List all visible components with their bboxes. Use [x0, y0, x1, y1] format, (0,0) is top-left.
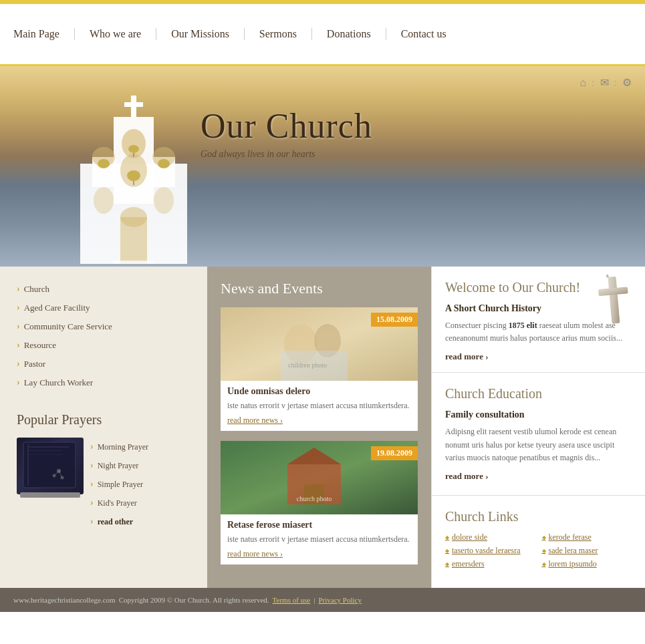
- nav-main-page[interactable]: Main Page: [13, 28, 75, 40]
- prayers-content: Morning Prayer Night Prayer Simple Praye…: [17, 438, 190, 551]
- main-nav: Main Page Who we are Our Missions Sermon…: [0, 4, 645, 64]
- nav-who-we-are[interactable]: Who we are: [75, 28, 156, 40]
- sidebar-item-church[interactable]: Church: [17, 280, 190, 299]
- prayer-kids[interactable]: Kid's Prayer: [90, 494, 148, 512]
- svg-rect-22: [23, 442, 76, 488]
- sidebar-item-community[interactable]: Community Care Service: [17, 317, 190, 336]
- news-body-2: Retase ferose miasert iste natus errorit…: [221, 514, 418, 565]
- news-image-wrap-1: children photo 15.08.2009: [221, 307, 418, 381]
- church-link-4[interactable]: sade lera maser: [542, 546, 632, 556]
- nav-donations[interactable]: Donations: [312, 28, 386, 40]
- hero-toolbar: ⌂ : ✉ : ⚙: [579, 76, 632, 89]
- prayers-list: Morning Prayer Night Prayer Simple Praye…: [90, 438, 148, 531]
- education-body: Adipisng elit raesent vestib ulumol kero…: [445, 426, 632, 464]
- popular-prayers-section: Popular Prayers: [17, 412, 190, 551]
- svg-point-17: [120, 207, 147, 227]
- svg-point-8: [128, 145, 139, 153]
- education-subtitle: Family consultation: [445, 410, 632, 420]
- hero-heading: Our Church: [201, 106, 372, 146]
- church-illustration: [40, 77, 227, 267]
- news-date-2: 19.08.2009: [371, 446, 418, 460]
- news-read-more-1[interactable]: read more news ›: [227, 416, 411, 426]
- popular-prayers-title: Popular Prayers: [17, 412, 190, 428]
- nav-our-missions[interactable]: Our Missions: [156, 28, 245, 40]
- news-text-2: iste natus errorit v jertase miasert acc…: [227, 533, 411, 545]
- right-panel: Welcome to Our Church! A Short Church Hi…: [431, 267, 645, 588]
- news-date-1: 15.08.2009: [371, 313, 418, 327]
- book-cover: [17, 438, 84, 494]
- news-body-1: Unde omnisas delero iste natus errorit v…: [221, 381, 418, 431]
- header: Main Page Who we are Our Missions Sermon…: [0, 4, 645, 66]
- footer: www.heritagechristiancollege.com Copyrig…: [0, 588, 645, 612]
- footer-separator: |: [313, 596, 315, 604]
- sidebar-item-lay-worker[interactable]: Lay Church Worker: [17, 373, 190, 392]
- mail-icon[interactable]: ✉: [600, 76, 609, 89]
- sidebar-item-pastor[interactable]: Pastor: [17, 355, 190, 373]
- prayer-book-image: [17, 438, 84, 498]
- svg-rect-42: [608, 277, 620, 324]
- news-image-wrap-2: church photo 19.08.2009: [221, 441, 418, 514]
- links-grid: dolore side kerode ferase taserto vasde …: [445, 532, 632, 569]
- svg-rect-23: [27, 444, 29, 486]
- svg-rect-25: [29, 450, 62, 451]
- svg-text:church photo: church photo: [297, 495, 332, 502]
- church-link-2[interactable]: kerode ferase: [542, 532, 632, 542]
- hero-title-block: Our Church God always lives in our heart…: [201, 106, 372, 160]
- svg-rect-19: [110, 263, 157, 264]
- svg-point-10: [127, 170, 140, 181]
- welcome-read-more[interactable]: read more ›: [445, 351, 632, 362]
- nav-sermons[interactable]: Sermons: [245, 28, 312, 40]
- church-link-6[interactable]: lorem ipsumdo: [542, 559, 632, 569]
- links-section: Church Links dolore side kerode ferase t…: [432, 496, 645, 583]
- footer-privacy[interactable]: Privacy Policy: [318, 596, 361, 604]
- hero-section: Our Church God always lives in our heart…: [0, 66, 645, 267]
- hero-subtitle: God always lives in our hearts: [201, 149, 372, 160]
- welcome-section: Welcome to Our Church! A Short Church Hi…: [432, 267, 645, 373]
- prayer-morning[interactable]: Morning Prayer: [90, 438, 148, 456]
- education-section: Church Education Family consultation Adi…: [432, 373, 645, 496]
- sidebar: Church Aged Care Facility Community Care…: [0, 267, 207, 588]
- church-link-5[interactable]: emersders: [445, 559, 535, 569]
- news-text-1: iste natus errorit v jertase miasert acc…: [227, 399, 411, 412]
- news-title-2: Retase ferose miasert: [227, 520, 411, 530]
- separator: :: [592, 77, 594, 89]
- svg-point-12: [98, 159, 110, 168]
- church-link-1[interactable]: dolore side: [445, 532, 535, 542]
- education-title: Church Education: [445, 386, 632, 401]
- news-title-1: Unde omnisas delero: [227, 386, 411, 397]
- main-content: Church Aged Care Facility Community Care…: [0, 267, 645, 588]
- news-item-1: children photo 15.08.2009 Unde omnisas d…: [221, 307, 418, 431]
- svg-text:children photo: children photo: [288, 361, 327, 369]
- svg-rect-15: [124, 102, 143, 107]
- center-content: News and Events: [207, 267, 431, 588]
- sidebar-item-aged-care[interactable]: Aged Care Facility: [17, 299, 190, 317]
- footer-website: www.heritagechristiancollege.com: [13, 596, 116, 604]
- svg-point-13: [158, 159, 170, 168]
- news-section-title: News and Events: [221, 280, 418, 297]
- home-icon[interactable]: ⌂: [579, 77, 586, 89]
- svg-rect-26: [29, 454, 66, 455]
- footer-copyright: Copyright 2009 © Our Church. All rights …: [119, 596, 269, 604]
- nav-contact-us[interactable]: Contact us: [386, 28, 461, 40]
- people-icon[interactable]: ⚙: [622, 76, 632, 89]
- prayer-simple[interactable]: Simple Prayer: [90, 475, 148, 494]
- church-link-3[interactable]: taserto vasde leraesra: [445, 546, 535, 556]
- prayer-read-other[interactable]: read other: [90, 512, 148, 531]
- sidebar-menu: Church Aged Care Facility Community Care…: [17, 280, 190, 392]
- sidebar-item-resource[interactable]: Resource: [17, 336, 190, 355]
- news-read-more-2[interactable]: read more news ›: [227, 549, 411, 559]
- svg-point-21: [154, 187, 174, 214]
- prayer-night[interactable]: Night Prayer: [90, 456, 148, 475]
- news-events-section: News and Events: [207, 267, 431, 588]
- education-read-more[interactable]: read more ›: [445, 471, 632, 482]
- news-item-2: church photo 19.08.2009 Retase ferose mi…: [221, 441, 418, 565]
- footer-terms[interactable]: Terms of use: [273, 596, 311, 604]
- svg-rect-43: [598, 287, 628, 296]
- svg-point-20: [94, 187, 114, 214]
- links-title: Church Links: [445, 509, 632, 524]
- svg-rect-24: [29, 446, 69, 448]
- separator-2: :: [614, 77, 617, 89]
